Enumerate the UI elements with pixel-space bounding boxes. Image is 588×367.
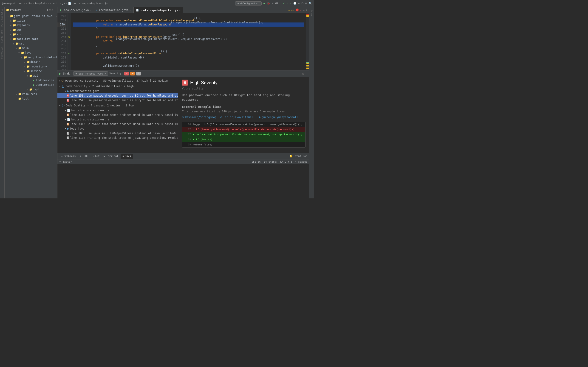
breadcrumb-src[interactable]: src <box>18 2 23 5</box>
severity-low-button[interactable]: L <box>136 72 141 75</box>
coverage-icon[interactable]: ⊙ <box>272 2 274 5</box>
issue-file-accountaction[interactable]: ▼ ● AccountAction.java <box>57 89 178 93</box>
sidebar-title: Project <box>10 8 21 11</box>
breadcrumb-java-goof[interactable]: java-goof <box>2 2 16 5</box>
search-everywhere-icon[interactable]: 🔍 <box>309 2 312 5</box>
tc-test-icon: 📁 <box>18 97 22 100</box>
chevron-up-icon[interactable]: ▲ <box>303 8 305 12</box>
tree-tc-src[interactable]: ▼ 📁 src <box>5 41 57 46</box>
breadcrumb-file[interactable]: 📄 bootstrap-datepicker.js <box>68 2 108 5</box>
group-code-quality-header[interactable]: ▼ {} Code Quality - 4 issues: 2 medium |… <box>57 103 178 108</box>
tree-root[interactable]: ▼ 📁 java-goof [todolist-mvc] ~/Projects/… <box>5 14 57 18</box>
snyk-settings-icon[interactable]: ⚙ <box>302 72 304 75</box>
group-code-security-header[interactable]: ▼ {} Code Security - 2 vulnerabilities: … <box>57 84 178 89</box>
tree-tc-main[interactable]: ▼ 📁 main <box>5 46 57 50</box>
badge-m-1: M <box>67 114 69 116</box>
tree-userservice[interactable]: ● UserService <box>5 83 57 87</box>
fixed-by-text: This issue was fixed by 140 projects. He… <box>182 110 305 113</box>
issue-file-bootstrap2[interactable]: ▼ 📄 bootstrap-datepicker.js <box>57 117 178 122</box>
tc-res-arrow: ▶ <box>15 93 18 95</box>
position-label: 250:36 (14 chars) <box>251 160 277 163</box>
issue-item-4[interactable]: M line 331: Be aware that month indices … <box>57 122 178 126</box>
tree-idea[interactable]: ▶ 📁 .idea <box>5 18 57 23</box>
maven-vtab[interactable]: Maven <box>310 8 313 18</box>
tab-git[interactable]: ⑂ Git <box>91 154 102 159</box>
editor-area: ● TodoService.java ✕ ☕ AccountAction.jav… <box>57 7 309 198</box>
tree-todoservice[interactable]: ● TodoService <box>5 78 57 83</box>
git-arrow-icon: ↑ <box>290 2 292 5</box>
scan-label: Scan For Issue Types: <box>78 72 103 75</box>
scan-button[interactable]: ⊟ Scan For Issue Types: ▾ <box>73 71 108 76</box>
tree-todolist-core[interactable]: ▼ 📁 todolist-core <box>5 37 57 41</box>
chevron-down-icon[interactable]: ▼ <box>306 8 307 12</box>
issue-item-3[interactable]: M line 331: Be aware that month indices … <box>57 113 178 117</box>
tc-service-icon: 📁 <box>26 69 30 73</box>
run-icon[interactable]: ▶ <box>263 2 265 5</box>
ext-link-1[interactable]: ⊙ Raysmond/SpringBlog <box>182 115 216 119</box>
breadcrumb-js[interactable]: js <box>62 2 65 5</box>
tree-tc-resources[interactable]: ▶ 📁 resources <box>5 92 57 96</box>
tree-tc-domain[interactable]: ▶ 📁 domain <box>5 60 57 64</box>
snyk-close-icon[interactable]: − <box>305 72 307 75</box>
sidebar-collapse-icon[interactable]: ≡ <box>49 8 51 12</box>
issue-file-bootstrap1[interactable]: ▼ 📄 bootstrap-datepicker.js <box>57 108 178 113</box>
out-icon: 📁 <box>12 28 16 31</box>
ext-link-3[interactable]: ⊙ guchengwuyue/yshopmall <box>259 115 298 119</box>
tree-tc-test[interactable]: ▶ 📁 test <box>5 96 57 101</box>
structure-vtab[interactable]: Structure <box>0 28 4 44</box>
tab-todoservice[interactable]: ● TodoService.java ✕ <box>57 7 94 13</box>
issue-file-todo[interactable]: ▼ ● Todo.java <box>57 126 178 131</box>
issue-item-2[interactable]: H line 254: Use password encoder such as… <box>57 98 178 102</box>
pull-requests-vtab[interactable]: Pull Requests <box>0 7 4 28</box>
tab-accountaction[interactable]: ☕ AccountAction.java ✕ <box>94 7 134 13</box>
accountaction-arrow: ▼ <box>65 90 66 92</box>
ext-link-2[interactable]: ⊙ linlinjava/litemall <box>220 115 255 119</box>
tree-tc-impl[interactable]: ▶ 📁 impl <box>5 87 57 92</box>
tab-snyk[interactable]: ◈ Snyk <box>121 154 133 159</box>
snyk-title: Snyk <box>63 72 69 75</box>
tab-accountaction-close[interactable]: ✕ <box>130 9 131 11</box>
tree-out[interactable]: ▶ 📁 out <box>5 27 57 32</box>
breadcrumb-site[interactable]: site <box>26 2 32 5</box>
snyk-tab-label: Snyk <box>125 155 131 158</box>
tree-tc-io[interactable]: ▼ 📁 io.github.todolist.core <box>5 55 57 60</box>
severity-high-button[interactable]: H <box>124 72 129 75</box>
git-revert-icon[interactable]: ↩ <box>298 2 300 5</box>
tab-terminal[interactable]: ▶ Terminal <box>102 154 120 159</box>
tab-problems[interactable]: ⚠ Problems <box>59 154 78 159</box>
tab-todoservice-close[interactable]: ✕ <box>90 9 91 11</box>
git-history-icon[interactable]: 🕐 <box>293 2 296 5</box>
tree-exploits[interactable]: ▶ 📁 exploits <box>5 23 57 27</box>
git-branch-label: master <box>63 160 72 163</box>
favorites-vtab[interactable]: Favorites <box>0 44 4 60</box>
code-content[interactable]: private boolean newPasswordDoesNotMatchC… <box>71 13 306 70</box>
tab-todo[interactable]: ☑ TODO <box>78 154 90 159</box>
issue-item-1[interactable]: H line 250: Use password encoder such as… <box>57 93 178 98</box>
tree-tc-service[interactable]: ▼ 📁 service <box>5 69 57 73</box>
add-config-button[interactable]: Add Configuration... <box>235 1 262 6</box>
tree-tc-java[interactable]: ▼ 📁 java <box>5 50 57 55</box>
breadcrumb-static[interactable]: static <box>50 2 59 5</box>
tab-bootstrap-close[interactable]: ✕ <box>179 9 181 11</box>
severity-medium-button[interactable]: M <box>130 72 135 75</box>
todo-tab-label: TODO <box>82 155 88 158</box>
sidebar-minus-icon[interactable]: − <box>54 8 56 12</box>
tab-todoservice-label: TodoService.java <box>62 8 89 12</box>
tree-src[interactable]: ▶ 📁 src <box>5 32 57 37</box>
tree-tc-api[interactable]: ▼ 📁 api <box>5 73 57 78</box>
issue-item-6[interactable]: L line 118: Printing the stack trace of … <box>57 135 178 140</box>
sidebar-gear-icon[interactable]: ⚙ <box>52 8 53 12</box>
badge-l-2: L <box>67 136 69 139</box>
event-log-label[interactable]: Event Log <box>294 155 307 158</box>
run-icon-snyk[interactable]: ▶ <box>59 72 61 75</box>
sidebar-settings-icon[interactable]: ⊕ <box>47 8 48 11</box>
debug-icon[interactable]: 🐞 <box>267 2 270 5</box>
breadcrumb-template[interactable]: template <box>35 2 47 5</box>
layout-icon[interactable]: ⊞ <box>305 2 307 5</box>
git-copy-icon[interactable]: ⧉ <box>302 2 303 5</box>
tree-tc-repository[interactable]: ▶ 📁 repository <box>5 64 57 69</box>
tab-bootstrap[interactable]: 📄 bootstrap-datepicker.js ✕ <box>134 7 183 13</box>
tc-src-label: src <box>19 42 24 45</box>
group-open-source-header[interactable]: ▶ 🛡 Open Source Security - 59 vulnerabil… <box>57 78 178 83</box>
issue-item-5[interactable]: L line 103: Use java.io.FileOutputStream… <box>57 131 178 135</box>
